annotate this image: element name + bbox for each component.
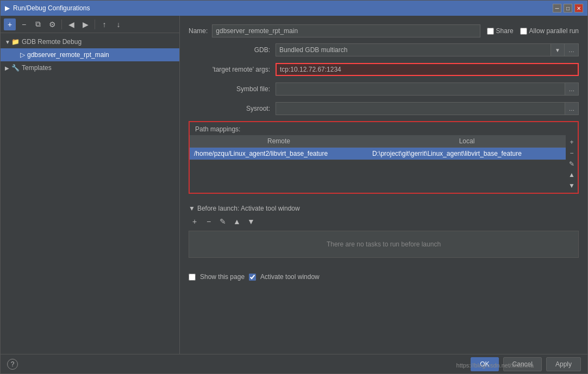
col-remote-header: Remote <box>190 135 368 148</box>
path-up-button[interactable]: ▲ <box>567 170 577 180</box>
config-tree: ▼ 📁 GDB Remote Debug ▷ gdbserver_remote_… <box>1 33 179 354</box>
path-mappings-section: Path mappings: Remote Local <box>189 121 579 194</box>
gdb-row: GDB: Bundled GDB multiarch ▼ … <box>189 43 579 57</box>
minimize-button[interactable]: ─ <box>553 4 561 12</box>
template-icon: 🔧 <box>11 64 20 72</box>
move-down-button[interactable]: ↓ <box>112 18 124 30</box>
path-mappings-title: Path mappings: <box>190 122 578 135</box>
allow-parallel-checkbox[interactable] <box>520 28 527 35</box>
launch-edit-button[interactable]: ✎ <box>217 215 229 227</box>
launch-remove-button[interactable]: − <box>203 215 215 227</box>
table-row[interactable]: /home/pzqu/Linux_agent2/libvirt_base_fea… <box>190 148 566 160</box>
launch-empty-area: There are no tasks to run before launch <box>189 231 579 258</box>
path-down-button[interactable]: ▼ <box>567 181 577 191</box>
activate-tool-label: Activate tool window <box>260 273 320 281</box>
path-table-container: Remote Local /home/pzqu/Linux_agent2/lib… <box>190 135 578 193</box>
path-table-wrapper: Remote Local /home/pzqu/Linux_agent2/lib… <box>190 135 566 193</box>
tree-item-label-templates: Templates <box>22 64 52 72</box>
sysroot-row: Sysroot: … <box>189 102 579 116</box>
gdb-label: GDB: <box>189 46 276 54</box>
right-panel: Name: Share Allow parallel run GDB: <box>180 16 587 354</box>
allow-parallel-label: Allow parallel run <box>529 27 579 35</box>
allow-parallel-row: Allow parallel run <box>520 27 579 35</box>
share-area: Share Allow parallel run <box>487 27 579 35</box>
gdb-select[interactable]: Bundled GDB multiarch <box>276 43 551 56</box>
path-mappings-table: Remote Local /home/pzqu/Linux_agent2/lib… <box>190 135 566 160</box>
symbol-file-container: … <box>276 83 579 96</box>
title-bar-controls: ─ □ ✕ <box>553 4 583 12</box>
tree-item-gdbserver[interactable]: ▷ gdbserver_remote_rpt_main <box>1 48 179 61</box>
title-bar-text: ▶ Run/Debug Configurations <box>5 4 90 12</box>
apply-button[interactable]: Apply <box>546 357 581 371</box>
sysroot-input[interactable] <box>276 102 565 115</box>
launch-toolbar: + − ✎ ▲ ▼ <box>189 215 579 227</box>
target-remote-input[interactable] <box>276 63 579 76</box>
tree-item-templates[interactable]: ▶ 🔧 Templates <box>1 61 179 74</box>
show-page-checkbox[interactable] <box>189 274 196 281</box>
move-up-button[interactable]: ↑ <box>98 18 110 30</box>
remote-path-cell: /home/pzqu/Linux_agent2/libvirt_base_fea… <box>190 148 368 160</box>
main-content: + − ⧉ ⚙ ◀ ▶ ↑ ↓ ▼ 📁 GDB Remote Debug <box>1 16 587 354</box>
watermark: https://blog.csdn.net/xhtchina <box>456 362 534 369</box>
gdb-extra-button[interactable]: … <box>565 43 579 56</box>
path-remove-button[interactable]: − <box>567 148 577 158</box>
expand-icon-templates: ▶ <box>5 65 11 71</box>
window-title: Run/Debug Configurations <box>13 4 90 12</box>
launch-empty-text: There are no tasks to run before launch <box>327 240 441 248</box>
path-side-toolbar: + − ✎ ▲ ▼ <box>566 135 578 193</box>
add-config-button[interactable]: + <box>4 18 16 30</box>
bottom-left: ? <box>7 359 18 370</box>
bottom-options-row: Show this page Activate tool window <box>189 269 579 285</box>
col-local-header: Local <box>368 135 566 148</box>
left-toolbar: + − ⧉ ⚙ ◀ ▶ ↑ ↓ <box>1 16 179 33</box>
maximize-button[interactable]: □ <box>564 4 572 12</box>
name-input[interactable] <box>212 24 480 37</box>
symbol-file-browse-button[interactable]: … <box>565 83 579 96</box>
remove-config-button[interactable]: − <box>18 18 30 30</box>
name-label: Name: <box>189 27 208 35</box>
launch-add-button[interactable]: + <box>189 215 201 227</box>
local-path-cell: D:\project\git\gerrit\Linux_agent\libvir… <box>368 148 566 160</box>
dropdown-arrow-icon[interactable]: ▼ <box>551 43 565 56</box>
toolbar-separator-2 <box>95 20 95 29</box>
sysroot-container: … <box>276 102 579 115</box>
main-window: ▶ Run/Debug Configurations ─ □ ✕ + − ⧉ ⚙… <box>0 0 588 374</box>
path-add-button[interactable]: + <box>567 137 577 147</box>
tree-item-label-gdbserver: gdbserver_remote_rpt_main <box>27 51 109 59</box>
tree-item-gdb-remote-debug[interactable]: ▼ 📁 GDB Remote Debug <box>1 35 179 48</box>
target-remote-row: 'target remote' args: <box>189 62 579 77</box>
folder-icon: 📁 <box>11 38 20 46</box>
path-edit-button[interactable]: ✎ <box>567 159 577 169</box>
help-button[interactable]: ? <box>7 359 18 370</box>
share-checkbox[interactable] <box>487 28 494 35</box>
before-launch-section: ▼ Before launch: Activate tool window + … <box>189 205 579 263</box>
before-launch-expand-icon[interactable]: ▼ <box>189 205 195 212</box>
symbol-file-label: Symbol file: <box>189 85 276 93</box>
expand-icon-gdb: ▼ <box>5 39 11 45</box>
symbol-file-row: Symbol file: … <box>189 82 579 96</box>
sysroot-browse-button[interactable]: … <box>565 102 579 115</box>
sysroot-label: Sysroot: <box>189 105 276 112</box>
activate-tool-checkbox[interactable] <box>249 274 256 281</box>
before-launch-header: ▼ Before launch: Activate tool window <box>189 205 579 212</box>
before-launch-label: Before launch: Activate tool window <box>197 205 300 212</box>
share-checkbox-row: Share <box>487 27 514 35</box>
symbol-file-input[interactable] <box>276 83 565 96</box>
gdb-dropdown-container: Bundled GDB multiarch ▼ … <box>276 43 579 56</box>
share-label: Share <box>496 27 514 35</box>
settings-button[interactable]: ⚙ <box>46 18 58 30</box>
toolbar-separator <box>61 20 62 29</box>
show-page-label: Show this page <box>200 273 245 281</box>
arrow-right-button[interactable]: ▶ <box>79 18 91 30</box>
title-icon: ▶ <box>5 4 10 12</box>
close-button[interactable]: ✕ <box>574 4 583 12</box>
title-bar: ▶ Run/Debug Configurations ─ □ ✕ <box>1 1 587 16</box>
launch-down-button[interactable]: ▼ <box>245 215 257 227</box>
config-icon: ▷ <box>20 51 25 59</box>
target-remote-label: 'target remote' args: <box>189 66 276 73</box>
left-panel: + − ⧉ ⚙ ◀ ▶ ↑ ↓ ▼ 📁 GDB Remote Debug <box>1 16 180 354</box>
copy-config-button[interactable]: ⧉ <box>32 18 44 30</box>
arrow-left-button[interactable]: ◀ <box>65 18 77 30</box>
tree-item-label-gdb: GDB Remote Debug <box>22 38 82 46</box>
launch-up-button[interactable]: ▲ <box>231 215 243 227</box>
